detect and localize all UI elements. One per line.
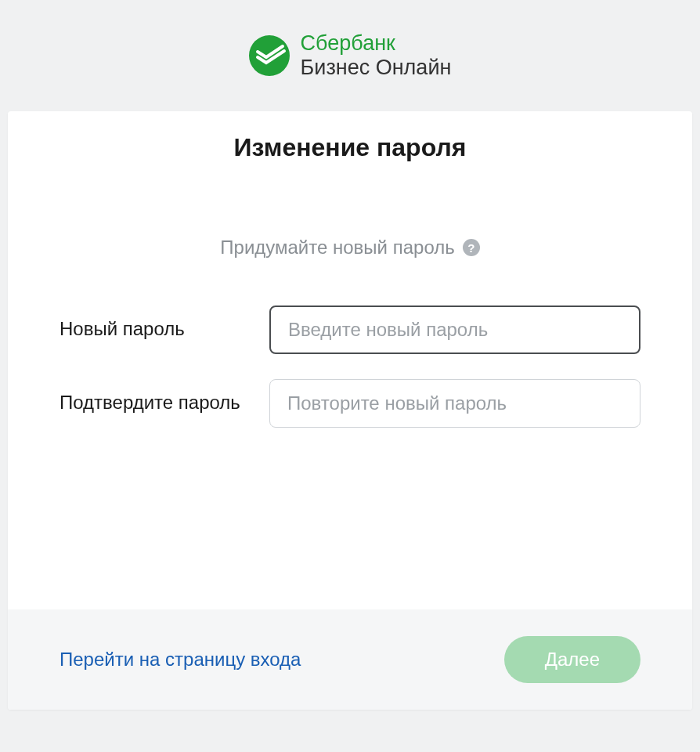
next-button[interactable]: Далее bbox=[504, 636, 640, 683]
logo-text: Сбербанк Бизнес Онлайн bbox=[301, 31, 452, 80]
subtitle-text: Придумайте новый пароль bbox=[220, 237, 454, 258]
brand-name-line2: Бизнес Онлайн bbox=[301, 56, 452, 80]
card-body: Изменение пароля Придумайте новый пароль… bbox=[8, 111, 692, 609]
new-password-label: Новый пароль bbox=[60, 306, 269, 341]
subtitle-row: Придумайте новый пароль ? bbox=[60, 237, 640, 258]
help-icon[interactable]: ? bbox=[463, 239, 480, 256]
confirm-password-input-wrap bbox=[269, 379, 640, 428]
card: Изменение пароля Придумайте новый пароль… bbox=[8, 111, 692, 710]
logo: Сбербанк Бизнес Онлайн bbox=[249, 31, 452, 80]
confirm-password-label: Подтвердите пароль bbox=[60, 379, 269, 414]
confirm-password-input[interactable] bbox=[269, 379, 640, 428]
sberbank-logo-icon bbox=[249, 35, 290, 76]
new-password-input-wrap bbox=[269, 306, 640, 354]
new-password-row: Новый пароль bbox=[60, 306, 640, 354]
confirm-password-row: Подтвердите пароль bbox=[60, 379, 640, 428]
back-to-login-link[interactable]: Перейти на страницу входа bbox=[60, 649, 301, 671]
brand-name-line1: Сбербанк bbox=[301, 31, 452, 56]
page-title: Изменение пароля bbox=[60, 133, 640, 162]
header: Сбербанк Бизнес Онлайн bbox=[0, 0, 700, 111]
new-password-input[interactable] bbox=[269, 306, 640, 354]
card-footer: Перейти на страницу входа Далее bbox=[8, 609, 692, 710]
